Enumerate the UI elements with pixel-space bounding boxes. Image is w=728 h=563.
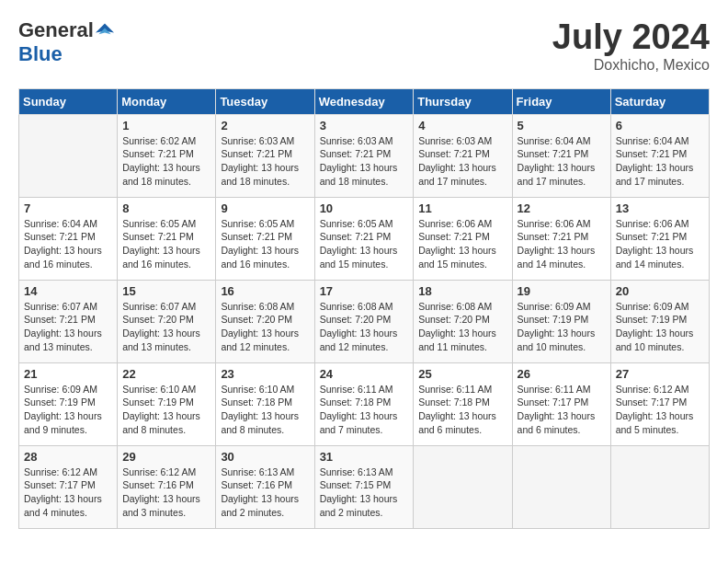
calendar-cell: 3 Sunrise: 6:03 AM Sunset: 7:21 PM Dayli…: [314, 114, 414, 197]
location: Doxhicho, Mexico: [552, 57, 710, 74]
day-number: 9: [221, 201, 309, 215]
calendar-week-row: 14 Sunrise: 6:07 AM Sunset: 7:21 PM Dayl…: [19, 280, 710, 362]
weekday-header-row: SundayMondayTuesdayWednesdayThursdayFrid…: [19, 88, 710, 114]
calendar-cell: 19 Sunrise: 6:09 AM Sunset: 7:19 PM Dayl…: [512, 280, 610, 362]
calendar-week-row: 7 Sunrise: 6:04 AM Sunset: 7:21 PM Dayli…: [19, 197, 710, 280]
calendar-cell: 20 Sunrise: 6:09 AM Sunset: 7:19 PM Dayl…: [610, 280, 709, 362]
weekday-header: Sunday: [19, 88, 118, 114]
day-number: 30: [221, 450, 309, 464]
day-info: Sunrise: 6:04 AM Sunset: 7:21 PM Dayligh…: [616, 134, 704, 189]
day-info: Sunrise: 6:03 AM Sunset: 7:21 PM Dayligh…: [320, 134, 409, 189]
day-number: 7: [24, 201, 112, 215]
calendar-cell: 1 Sunrise: 6:02 AM Sunset: 7:21 PM Dayli…: [118, 114, 216, 197]
calendar-cell: 26 Sunrise: 6:11 AM Sunset: 7:17 PM Dayl…: [512, 362, 610, 445]
day-info: Sunrise: 6:07 AM Sunset: 7:21 PM Dayligh…: [24, 300, 112, 354]
day-info: Sunrise: 6:03 AM Sunset: 7:21 PM Dayligh…: [418, 134, 506, 189]
calendar-cell: 24 Sunrise: 6:11 AM Sunset: 7:18 PM Dayl…: [314, 362, 414, 445]
calendar-cell: 22 Sunrise: 6:10 AM Sunset: 7:19 PM Dayl…: [118, 362, 216, 445]
calendar-cell: 21 Sunrise: 6:09 AM Sunset: 7:19 PM Dayl…: [19, 362, 118, 445]
day-info: Sunrise: 6:12 AM Sunset: 7:17 PM Dayligh…: [24, 465, 112, 520]
calendar-cell: 11 Sunrise: 6:06 AM Sunset: 7:21 PM Dayl…: [414, 197, 512, 280]
page-header: General Blue July 2024 Doxhicho, Mexico: [18, 18, 710, 74]
day-number: 31: [320, 450, 409, 464]
calendar-cell: 2 Sunrise: 6:03 AM Sunset: 7:21 PM Dayli…: [216, 114, 314, 197]
day-number: 28: [24, 450, 112, 464]
calendar-cell: 9 Sunrise: 6:05 AM Sunset: 7:21 PM Dayli…: [216, 197, 314, 280]
day-info: Sunrise: 6:02 AM Sunset: 7:21 PM Dayligh…: [122, 134, 210, 189]
day-info: Sunrise: 6:08 AM Sunset: 7:20 PM Dayligh…: [418, 300, 506, 354]
day-info: Sunrise: 6:09 AM Sunset: 7:19 PM Dayligh…: [518, 300, 606, 354]
calendar-table: SundayMondayTuesdayWednesdayThursdayFrid…: [18, 88, 710, 529]
day-number: 8: [122, 201, 210, 215]
weekday-header: Monday: [118, 88, 216, 114]
day-number: 4: [418, 119, 506, 132]
calendar-cell: [512, 445, 610, 528]
calendar-cell: 13 Sunrise: 6:06 AM Sunset: 7:21 PM Dayl…: [610, 197, 709, 280]
calendar-cell: [19, 114, 118, 197]
day-info: Sunrise: 6:05 AM Sunset: 7:21 PM Dayligh…: [320, 217, 409, 271]
calendar-cell: 10 Sunrise: 6:05 AM Sunset: 7:21 PM Dayl…: [314, 197, 414, 280]
day-info: Sunrise: 6:07 AM Sunset: 7:20 PM Dayligh…: [122, 300, 210, 354]
day-info: Sunrise: 6:09 AM Sunset: 7:19 PM Dayligh…: [24, 383, 112, 437]
calendar-cell: 16 Sunrise: 6:08 AM Sunset: 7:20 PM Dayl…: [216, 280, 314, 362]
day-number: 22: [122, 367, 210, 381]
day-number: 5: [518, 119, 606, 132]
day-number: 18: [418, 284, 506, 298]
day-number: 14: [24, 284, 112, 298]
day-info: Sunrise: 6:13 AM Sunset: 7:15 PM Dayligh…: [320, 465, 409, 520]
calendar-cell: 29 Sunrise: 6:12 AM Sunset: 7:16 PM Dayl…: [118, 445, 216, 528]
day-info: Sunrise: 6:10 AM Sunset: 7:19 PM Dayligh…: [122, 383, 210, 437]
day-info: Sunrise: 6:06 AM Sunset: 7:21 PM Dayligh…: [518, 217, 606, 271]
day-info: Sunrise: 6:05 AM Sunset: 7:21 PM Dayligh…: [221, 217, 309, 271]
calendar-cell: 28 Sunrise: 6:12 AM Sunset: 7:17 PM Dayl…: [19, 445, 118, 528]
day-info: Sunrise: 6:05 AM Sunset: 7:21 PM Dayligh…: [122, 217, 210, 271]
logo-blue-text: Blue: [18, 42, 63, 66]
weekday-header: Thursday: [414, 88, 512, 114]
logo-general: General: [18, 18, 94, 42]
calendar-week-row: 28 Sunrise: 6:12 AM Sunset: 7:17 PM Dayl…: [19, 445, 710, 528]
calendar-cell: [610, 445, 709, 528]
calendar-cell: 23 Sunrise: 6:10 AM Sunset: 7:18 PM Dayl…: [216, 362, 314, 445]
calendar-week-row: 21 Sunrise: 6:09 AM Sunset: 7:19 PM Dayl…: [19, 362, 710, 445]
day-info: Sunrise: 6:04 AM Sunset: 7:21 PM Dayligh…: [24, 217, 112, 271]
day-number: 6: [616, 119, 704, 132]
day-info: Sunrise: 6:13 AM Sunset: 7:16 PM Dayligh…: [221, 465, 309, 520]
calendar-cell: 17 Sunrise: 6:08 AM Sunset: 7:20 PM Dayl…: [314, 280, 414, 362]
day-info: Sunrise: 6:03 AM Sunset: 7:21 PM Dayligh…: [221, 134, 309, 189]
day-number: 15: [122, 284, 210, 298]
calendar-cell: 15 Sunrise: 6:07 AM Sunset: 7:20 PM Dayl…: [118, 280, 216, 362]
day-info: Sunrise: 6:09 AM Sunset: 7:19 PM Dayligh…: [616, 300, 704, 354]
day-number: 20: [616, 284, 704, 298]
logo-icon: [96, 21, 114, 40]
day-info: Sunrise: 6:04 AM Sunset: 7:21 PM Dayligh…: [518, 134, 606, 189]
day-info: Sunrise: 6:12 AM Sunset: 7:17 PM Dayligh…: [616, 383, 704, 437]
day-number: 2: [221, 119, 309, 132]
day-number: 21: [24, 367, 112, 381]
calendar-cell: 25 Sunrise: 6:11 AM Sunset: 7:18 PM Dayl…: [414, 362, 512, 445]
weekday-header: Wednesday: [314, 88, 414, 114]
month-title: July 2024: [552, 18, 710, 57]
calendar-week-row: 1 Sunrise: 6:02 AM Sunset: 7:21 PM Dayli…: [19, 114, 710, 197]
calendar-cell: 18 Sunrise: 6:08 AM Sunset: 7:20 PM Dayl…: [414, 280, 512, 362]
day-number: 26: [518, 367, 606, 381]
day-number: 1: [122, 119, 210, 132]
weekday-header: Tuesday: [216, 88, 314, 114]
day-number: 12: [518, 201, 606, 215]
title-block: July 2024 Doxhicho, Mexico: [552, 18, 710, 74]
calendar-cell: 4 Sunrise: 6:03 AM Sunset: 7:21 PM Dayli…: [414, 114, 512, 197]
day-number: 11: [418, 201, 506, 215]
day-number: 29: [122, 450, 210, 464]
calendar-cell: 12 Sunrise: 6:06 AM Sunset: 7:21 PM Dayl…: [512, 197, 610, 280]
day-number: 13: [616, 201, 704, 215]
day-number: 16: [221, 284, 309, 298]
calendar-cell: 27 Sunrise: 6:12 AM Sunset: 7:17 PM Dayl…: [610, 362, 709, 445]
day-number: 17: [320, 284, 409, 298]
day-info: Sunrise: 6:08 AM Sunset: 7:20 PM Dayligh…: [320, 300, 409, 354]
day-info: Sunrise: 6:11 AM Sunset: 7:17 PM Dayligh…: [518, 383, 606, 437]
day-info: Sunrise: 6:08 AM Sunset: 7:20 PM Dayligh…: [221, 300, 309, 354]
day-number: 3: [320, 119, 409, 132]
day-info: Sunrise: 6:11 AM Sunset: 7:18 PM Dayligh…: [320, 383, 409, 437]
day-number: 19: [518, 284, 606, 298]
day-number: 23: [221, 367, 309, 381]
calendar-cell: 14 Sunrise: 6:07 AM Sunset: 7:21 PM Dayl…: [19, 280, 118, 362]
